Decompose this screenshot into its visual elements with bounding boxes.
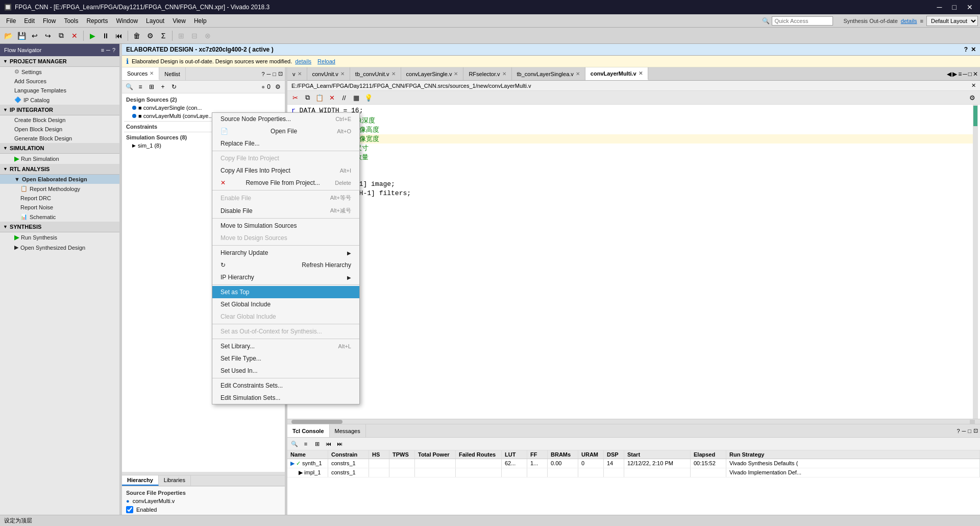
ctx-copy-all-files[interactable]: Copy All Files Into Project Alt+I (212, 164, 359, 177)
layout-select[interactable]: Default Layout (926, 16, 978, 26)
nav-item-open-synthesized-design[interactable]: ▶ Open Synthesized Design (0, 243, 119, 252)
tab-max-icon[interactable]: □ (968, 70, 972, 78)
flow-nav-pin-icon[interactable]: ≡ (101, 47, 104, 53)
tab-min-icon[interactable]: ─ (963, 70, 967, 78)
warning-reload-link[interactable]: Reload (317, 58, 335, 64)
nav-item-report-noise[interactable]: Report Noise (0, 203, 119, 212)
tab-convunit[interactable]: convUnit.v ✕ (307, 67, 350, 80)
ctx-disable-file[interactable]: Disable File Alt+减号 (212, 204, 359, 217)
code-path-close-icon[interactable]: ✕ (971, 82, 976, 89)
tab-tb-convunit[interactable]: tb_convUnit.v ✕ (350, 67, 401, 80)
nav-section-title-project-manager[interactable]: ▼ PROJECT MANAGER (0, 56, 119, 67)
source-item-convlayersingle[interactable]: ■ convLayerSingle (con... (124, 104, 283, 112)
code-paste-icon[interactable]: 📋 (314, 92, 325, 103)
nav-item-open-elaborated-design[interactable]: ▼ Open Elaborated Design (0, 175, 119, 184)
tab-convlayersingle[interactable]: convLayerSingle.v ✕ (401, 67, 464, 80)
table-row-impl1[interactable]: ▶ impl_1 constrs_1 (287, 468, 980, 477)
synthesis-details-link[interactable]: details (901, 18, 917, 24)
nav-item-generate-block-design[interactable]: Generate Block Design (0, 134, 119, 143)
nav-item-settings[interactable]: ⚙ Settings (0, 67, 119, 77)
nav-item-ip-catalog[interactable]: 🔷 IP Catalog (0, 95, 119, 105)
ctx-set-global-include[interactable]: Set Global Include (212, 298, 359, 310)
tab-rfselector-close[interactable]: ✕ (502, 71, 506, 77)
toolbar-save[interactable]: 💾 (15, 30, 28, 42)
ctx-edit-simulation-sets[interactable]: Edit Simulation Sets... (212, 392, 359, 404)
table-row-synth1[interactable]: ▶ ✓ synth_1 constrs_1 62... 1... 0.00 0 … (287, 459, 980, 468)
menu-view[interactable]: View (168, 16, 190, 26)
toolbar-copy[interactable]: ⧉ (55, 30, 67, 42)
sources-refresh-button[interactable]: ↻ (169, 82, 179, 92)
toolbar-run-green[interactable]: ▶ (86, 30, 99, 42)
tab-convlayermulti[interactable]: convLayerMulti.v ✕ (585, 67, 648, 80)
nav-item-schematic[interactable]: 📊 Schematic (0, 212, 119, 222)
ctx-refresh-hierarchy[interactable]: ↻ Refresh Hierarchy (212, 259, 359, 271)
bottom-panel-help-icon[interactable]: ? (957, 428, 960, 434)
nav-item-open-block-design[interactable]: Open Block Design (0, 125, 119, 134)
ctx-remove-file[interactable]: ✕ Remove File from Project... Delete (212, 177, 359, 189)
elab-close-icon[interactable]: ✕ (971, 46, 976, 53)
ctx-move-to-simulation[interactable]: Move to Simulation Sources (212, 220, 359, 232)
close-button[interactable]: ✕ (964, 2, 976, 12)
code-block-comment-icon[interactable]: ▦ (351, 92, 362, 103)
sources-tab-close-icon[interactable]: ✕ (150, 70, 154, 76)
tab-convlayersingle-close[interactable]: ✕ (454, 71, 458, 77)
nav-section-title-synthesis[interactable]: ▼ SYNTHESIS (0, 222, 119, 232)
ctx-source-node-properties[interactable]: Source Node Properties... Ctrl+E (212, 113, 359, 125)
code-scrollbar-v[interactable] (973, 105, 978, 419)
quick-access-input[interactable] (772, 16, 833, 26)
sources-restore-icon[interactable]: ⊡ (278, 70, 283, 77)
tab-tb-convlayersingle[interactable]: tb_convLayerSinglea.v ✕ (512, 67, 585, 80)
toolbar-step[interactable]: ⏸ (100, 30, 112, 42)
hierarchy-tab[interactable]: Hierarchy (122, 475, 159, 486)
menu-reports[interactable]: Reports (82, 16, 112, 26)
sources-settings-button[interactable]: ⚙ (273, 82, 283, 92)
bottom-tab-messages[interactable]: Messages (330, 424, 366, 437)
code-bulb-icon[interactable]: 💡 (363, 92, 374, 103)
nav-section-title-ip-integrator[interactable]: ▼ IP INTEGRATOR (0, 105, 119, 115)
tab-tb-convlayersingle-close[interactable]: ✕ (576, 71, 580, 77)
minimize-button[interactable]: ─ (934, 2, 945, 12)
nav-item-language-templates[interactable]: Language Templates (0, 86, 119, 95)
bottom-search-btn[interactable]: 🔍 (289, 439, 300, 449)
ctx-hierarchy-update[interactable]: Hierarchy Update ▶ (212, 247, 359, 259)
ctx-set-file-type[interactable]: Set File Type... (212, 352, 359, 365)
bottom-panel-min-icon[interactable]: ─ (962, 428, 966, 434)
menu-flow[interactable]: Flow (39, 16, 60, 26)
toolbar-sum[interactable]: Σ (157, 30, 169, 42)
toolbar-step-back[interactable]: ⏮ (113, 30, 125, 42)
tab-v-close[interactable]: ✕ (298, 71, 302, 77)
nav-item-run-synthesis[interactable]: ▶ Run Synthesis (0, 232, 119, 243)
code-cut-icon[interactable]: ✂ (289, 92, 301, 103)
nav-item-run-simulation[interactable]: ▶ Run Simulation (0, 154, 119, 164)
sources-expand-button[interactable]: ⊞ (146, 82, 157, 92)
tab-scroll-left-icon[interactable]: ◀ (947, 70, 951, 78)
tab-scroll-right-icon[interactable]: ▶ (952, 70, 957, 78)
tab-menu-icon[interactable]: ≡ (958, 70, 962, 78)
sources-search-button[interactable]: 🔍 (124, 82, 134, 92)
toolbar-redo[interactable]: ↪ (42, 30, 54, 42)
ctx-set-used-in[interactable]: Set Used In... (212, 365, 359, 377)
toolbar-delete-red[interactable]: ✕ (68, 30, 81, 42)
menu-layout[interactable]: Layout (142, 16, 168, 26)
bottom-step-fwd-btn[interactable]: ⏭ (334, 439, 345, 449)
bottom-expand-btn[interactable]: ⊞ (312, 439, 322, 449)
flow-nav-minus-icon[interactable]: ─ (106, 47, 110, 53)
code-delete-icon[interactable]: ✕ (326, 92, 337, 103)
nav-section-title-rtl-analysis[interactable]: ▼ RTL ANALYSIS (0, 164, 119, 175)
toolbar-undo[interactable]: ↩ (29, 30, 41, 42)
menu-help[interactable]: Help (190, 16, 211, 26)
libraries-tab[interactable]: Libraries (159, 475, 191, 486)
tab-v[interactable]: v ✕ (287, 67, 307, 80)
nav-item-report-methodology[interactable]: 📋 Report Methodology (0, 184, 119, 194)
flow-nav-help-icon[interactable]: ? (112, 47, 115, 53)
nav-item-add-sources[interactable]: Add Sources (0, 77, 119, 86)
bottom-panel-max-icon[interactable]: □ (968, 428, 971, 434)
sources-add-button[interactable]: + (158, 82, 168, 92)
code-scrollbar-h[interactable] (287, 419, 980, 424)
bottom-collapse-btn[interactable]: ≡ (301, 439, 311, 449)
ctx-open-file[interactable]: 📄 Open File Alt+O (212, 125, 359, 137)
warning-details-link[interactable]: details (295, 58, 311, 64)
enabled-checkbox[interactable] (126, 506, 133, 513)
menu-window[interactable]: Window (112, 16, 142, 26)
ctx-edit-constraints-sets[interactable]: Edit Constraints Sets... (212, 379, 359, 392)
